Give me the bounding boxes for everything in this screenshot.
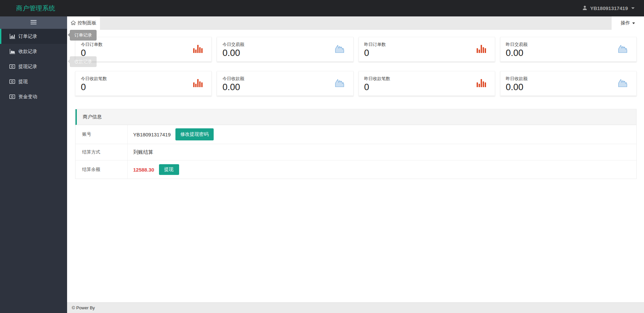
stat-label: 今日订单数 xyxy=(81,42,206,48)
bar-chart-icon xyxy=(9,34,15,39)
stat-label: 今日收款额 xyxy=(222,76,347,82)
area-chart-icon xyxy=(334,78,344,88)
stat-card-today-payment-amount: 今日收款额 0.00 xyxy=(217,71,353,96)
area-chart-icon xyxy=(618,44,628,54)
sidebar-item-fund-changes[interactable]: 资金变动 xyxy=(0,89,67,104)
sidebar-nav: 订单记录 收款记录 提现记录 提现 资金变动 xyxy=(0,29,67,104)
stat-card-yesterday-orders: 昨日订单数 0 xyxy=(359,37,495,62)
sidebar-item-label: 提现记录 xyxy=(18,64,37,70)
area-chart-icon xyxy=(334,44,344,54)
stat-label: 昨日收款额 xyxy=(506,76,631,82)
sidebar-item-label: 收款记录 xyxy=(18,49,37,55)
banknote-icon xyxy=(9,64,15,69)
stat-card-yesterday-volume: 昨日交易额 0.00 xyxy=(500,37,637,62)
stat-card-today-payment-count: 今日收款笔数 0 xyxy=(75,71,212,96)
merchant-info-panel: 商户信息 账号 YB18091317419 修改提现密码 结算方式 到账结算 结… xyxy=(75,109,637,179)
stat-value: 0.00 xyxy=(222,48,347,58)
stat-card-today-volume: 今日交易额 0.00 xyxy=(217,37,353,62)
footer: © Power By xyxy=(67,302,644,313)
balance-value: 12588.30 xyxy=(133,167,154,173)
area-chart-icon xyxy=(618,78,628,88)
stat-label: 昨日订单数 xyxy=(364,42,489,48)
sidebar-item-label: 提现 xyxy=(18,79,28,85)
settlement-method-value: 到账结算 xyxy=(133,149,153,155)
copyright-text: © Power By xyxy=(72,305,95,310)
sidebar: 订单记录 收款记录 提现记录 提现 资金变动 xyxy=(0,16,67,313)
chevron-down-icon xyxy=(632,22,635,24)
stat-value: 0 xyxy=(364,82,489,92)
sidebar-item-order-records[interactable]: 订单记录 xyxy=(0,29,67,44)
bar-chart-icon xyxy=(476,44,486,54)
sidebar-item-payment-records[interactable]: 收款记录 xyxy=(0,44,67,59)
sidebar-tooltip-fading: 收款记录 xyxy=(70,56,97,67)
table-row-account: 账号 YB18091317419 修改提现密码 xyxy=(75,125,636,144)
user-icon xyxy=(582,5,587,11)
panel-title: 商户信息 xyxy=(75,109,636,125)
main-content: 控制面板 操作 订单记录 收款记录 今日订单数 0 今日交易额 0.00 昨日订… xyxy=(67,16,644,313)
stat-label: 昨日交易额 xyxy=(506,42,631,48)
account-value: YB18091317419 xyxy=(133,132,171,137)
stat-value: 0.00 xyxy=(222,82,347,92)
bar-chart-icon xyxy=(193,44,203,54)
row-label: 结算方式 xyxy=(75,144,128,160)
withdraw-button[interactable]: 提现 xyxy=(159,164,179,175)
stat-value: 0.00 xyxy=(506,82,631,92)
bar-chart-icon xyxy=(476,78,486,88)
user-menu[interactable]: YB18091317419 xyxy=(582,5,644,11)
stat-value: 0.00 xyxy=(506,48,631,58)
home-icon xyxy=(71,20,76,26)
stat-label: 昨日收款笔数 xyxy=(364,76,489,82)
stat-label: 今日收款笔数 xyxy=(81,76,206,82)
tab-dashboard[interactable]: 控制面板 xyxy=(67,16,100,30)
tab-bar: 控制面板 操作 xyxy=(67,16,644,30)
stat-label: 今日交易额 xyxy=(222,42,347,48)
stat-value: 0 xyxy=(81,82,206,92)
tab-label: 控制面板 xyxy=(78,20,97,26)
row-label: 结算余额 xyxy=(75,161,128,179)
area-chart-icon xyxy=(9,49,15,54)
sidebar-item-withdraw-records[interactable]: 提现记录 xyxy=(0,59,67,74)
change-withdraw-password-button[interactable]: 修改提现密码 xyxy=(175,128,214,140)
banknote-icon xyxy=(9,79,15,84)
top-navbar: 商户管理系统 YB18091317419 xyxy=(0,0,644,16)
bar-chart-icon xyxy=(193,78,203,88)
action-dropdown-button[interactable]: 操作 xyxy=(611,16,644,30)
stat-card-yesterday-payment-count: 昨日收款笔数 0 xyxy=(359,71,495,96)
banknote-icon xyxy=(9,95,15,99)
user-name: YB18091317419 xyxy=(590,5,628,11)
action-label: 操作 xyxy=(621,20,630,26)
hamburger-icon xyxy=(31,20,37,26)
stat-cards: 今日订单数 0 今日交易额 0.00 昨日订单数 0 昨日交易额 0.00 xyxy=(75,37,637,96)
stat-card-yesterday-payment-amount: 昨日收款额 0.00 xyxy=(500,71,637,96)
table-row-settlement-balance: 结算余额 12588.30 提现 xyxy=(75,161,636,179)
sidebar-item-label: 订单记录 xyxy=(18,34,37,40)
sidebar-item-withdraw[interactable]: 提现 xyxy=(0,74,67,89)
table-row-settlement-method: 结算方式 到账结算 xyxy=(75,144,636,161)
stat-value: 0 xyxy=(364,48,489,58)
stat-value: 0 xyxy=(81,48,206,58)
row-label: 账号 xyxy=(75,125,128,144)
sidebar-toggle-button[interactable] xyxy=(0,16,67,29)
chevron-down-icon xyxy=(631,7,635,9)
app-title: 商户管理系统 xyxy=(0,4,55,13)
sidebar-item-label: 资金变动 xyxy=(18,94,37,100)
sidebar-tooltip: 订单记录 xyxy=(70,30,97,41)
